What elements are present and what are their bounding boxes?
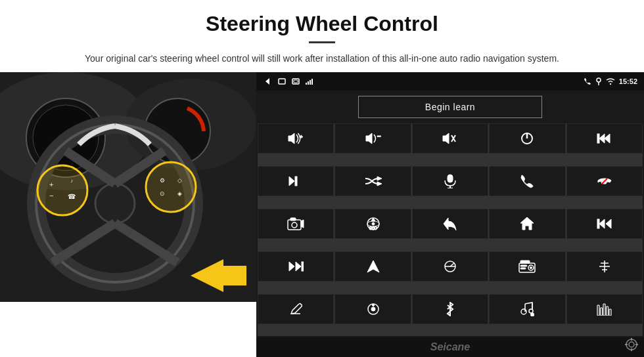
ctrl-bluetooth[interactable] — [412, 294, 488, 324]
ctrl-radio[interactable] — [489, 251, 565, 282]
svg-marker-59 — [520, 217, 534, 230]
ctrl-prev[interactable] — [566, 123, 643, 154]
svg-text:+: + — [300, 134, 303, 140]
svg-point-32 — [597, 78, 601, 82]
svg-text:⚙: ⚙ — [160, 177, 165, 184]
home-nav-icon[interactable] — [277, 78, 287, 85]
content-area: + ♪ − ☎ ⚙ ◇ ⊙ ◈ — [0, 72, 644, 357]
svg-marker-52 — [301, 220, 304, 228]
svg-rect-30 — [310, 80, 311, 85]
svg-marker-62 — [606, 219, 611, 228]
svg-text:+: + — [49, 180, 53, 188]
svg-point-94 — [629, 342, 634, 347]
svg-rect-90 — [600, 308, 602, 316]
ctrl-next-track[interactable] — [258, 166, 334, 196]
svg-rect-29 — [308, 81, 309, 85]
svg-point-8 — [95, 184, 135, 223]
svg-rect-53 — [290, 218, 296, 220]
svg-marker-64 — [296, 262, 301, 271]
back-nav-icon[interactable] — [263, 77, 272, 86]
ctrl-shuffle[interactable] — [334, 166, 411, 196]
svg-marker-24 — [265, 78, 269, 85]
ctrl-camera[interactable] — [258, 209, 334, 239]
svg-rect-91 — [603, 304, 605, 316]
ctrl-mic[interactable] — [412, 166, 488, 196]
svg-rect-41 — [597, 134, 599, 143]
svg-marker-66 — [367, 261, 379, 272]
ctrl-power[interactable] — [489, 123, 565, 154]
svg-rect-25 — [279, 79, 285, 84]
svg-rect-89 — [597, 305, 599, 316]
header-section: Steering Wheel Control Your original car… — [0, 0, 644, 72]
settings-icon[interactable] — [624, 337, 639, 352]
svg-point-95 — [626, 339, 637, 350]
svg-marker-39 — [599, 134, 605, 143]
page-container: Steering Wheel Control Your original car… — [0, 0, 644, 357]
ctrl-music[interactable]: ⚙ — [489, 294, 565, 324]
title-divider — [309, 41, 335, 43]
ctrl-eq[interactable] — [412, 251, 488, 282]
svg-rect-31 — [311, 79, 313, 85]
phone-status-icon — [584, 77, 591, 85]
subtitle: Your original car's steering wheel contr… — [66, 51, 578, 66]
ctrl-360[interactable]: 360 — [334, 209, 411, 239]
svg-point-51 — [292, 222, 297, 228]
ctrl-vol-up[interactable]: + — [258, 123, 334, 154]
svg-marker-40 — [605, 134, 610, 143]
svg-marker-42 — [289, 177, 294, 186]
status-right: 15:52 — [584, 77, 637, 85]
ctrl-skip-back[interactable] — [566, 209, 643, 239]
svg-text:♪: ♪ — [70, 178, 73, 184]
svg-marker-45 — [377, 182, 382, 186]
svg-text:⚙: ⚙ — [530, 312, 534, 316]
svg-text:☎: ☎ — [68, 193, 76, 200]
ctrl-end-call[interactable] — [566, 166, 643, 196]
svg-text:⊙: ⊙ — [160, 190, 165, 197]
ctrl-nav[interactable] — [334, 251, 411, 282]
page-title: Steering Wheel Control — [39, 12, 605, 36]
svg-rect-93 — [609, 309, 611, 316]
control-grid: + − — [258, 123, 643, 336]
ctrl-mute[interactable] — [412, 123, 488, 154]
ctrl-knob[interactable] — [334, 294, 411, 324]
svg-point-84 — [521, 309, 526, 314]
svg-rect-71 — [520, 261, 530, 263]
steering-photo: + ♪ − ☎ ⚙ ◇ ⊙ ◈ — [0, 72, 256, 302]
svg-point-14 — [146, 162, 196, 212]
ctrl-pen[interactable] — [258, 294, 334, 324]
svg-point-13 — [37, 165, 87, 215]
svg-text:◈: ◈ — [177, 190, 182, 197]
recent-nav-icon[interactable] — [292, 78, 300, 85]
svg-rect-65 — [302, 262, 304, 271]
ctrl-adjust[interactable] — [566, 251, 643, 282]
status-bar: 15:52 — [256, 72, 644, 91]
svg-rect-27 — [294, 80, 298, 83]
svg-rect-74 — [520, 265, 527, 266]
signal-icon — [305, 78, 314, 85]
bottom-bar: Seicane — [256, 337, 644, 357]
svg-marker-63 — [289, 262, 294, 271]
settings-icon-area[interactable] — [624, 337, 639, 354]
svg-text:◇: ◇ — [177, 177, 182, 184]
svg-marker-44 — [377, 177, 382, 180]
svg-text:−: − — [49, 192, 53, 200]
ctrl-call[interactable] — [489, 166, 565, 196]
ctrl-home[interactable] — [489, 209, 565, 239]
location-icon — [595, 77, 602, 85]
wifi-icon — [606, 78, 615, 85]
svg-marker-61 — [599, 219, 605, 228]
status-left — [263, 77, 314, 86]
svg-rect-92 — [606, 306, 608, 316]
svg-rect-46 — [448, 175, 453, 182]
ctrl-back[interactable] — [412, 209, 488, 239]
svg-point-83 — [372, 304, 374, 306]
svg-text:−: − — [377, 133, 381, 140]
ctrl-ff[interactable] — [258, 251, 334, 282]
begin-learn-button[interactable]: Begin learn — [358, 96, 542, 118]
ctrl-vol-down[interactable]: − — [334, 123, 411, 154]
android-panel: 15:52 Begin learn + − — [256, 72, 644, 357]
svg-point-56 — [372, 222, 375, 225]
ctrl-equalizer[interactable] — [566, 294, 643, 324]
status-time: 15:52 — [619, 77, 637, 85]
svg-rect-43 — [295, 177, 297, 186]
